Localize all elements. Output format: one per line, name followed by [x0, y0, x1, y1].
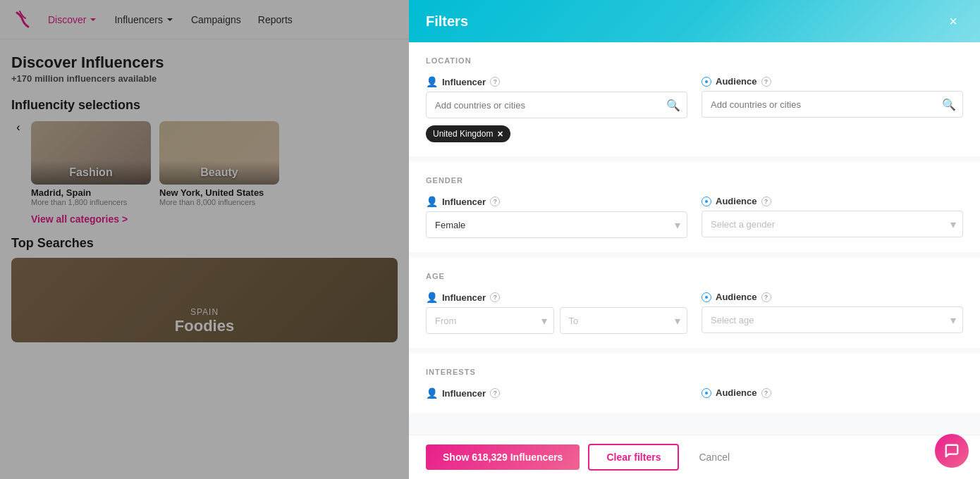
audience-location-label: Audience ? — [702, 76, 963, 87]
audience-icon-age — [702, 292, 711, 302]
location-label: LOCATION — [426, 56, 963, 65]
influencer-gender-label: 👤 Influencer ? — [426, 196, 687, 207]
influencer-location-tags: United Kingdom × — [426, 125, 687, 142]
clear-filters-button[interactable]: Clear filters — [588, 444, 679, 471]
gender-columns: 👤 Influencer ? Female Male All ▾ — [426, 196, 963, 238]
cancel-button[interactable]: Cancel — [687, 444, 741, 470]
audience-age-group: Audience ? Select age 13-1718-2425-3435-… — [702, 292, 963, 334]
audience-gender-label: Audience ? — [702, 196, 963, 206]
influencer-gender-help[interactable]: ? — [490, 197, 500, 206]
person-icon-interests: 👤 — [426, 387, 438, 399]
audience-location-input[interactable] — [702, 91, 963, 118]
audience-search-icon[interactable]: 🔍 — [942, 98, 956, 111]
age-to-wrap: To 1724344465+ ▾ — [560, 307, 688, 334]
audience-interests-label: Audience ? — [702, 387, 963, 398]
overlay — [0, 0, 409, 479]
age-from-wrap: From 1318253545 ▾ — [426, 307, 554, 334]
filter-body: LOCATION 👤 Influencer ? 🔍 Unit — [409, 42, 980, 435]
age-to-select[interactable]: To 1724344465+ — [560, 307, 688, 334]
age-section: AGE 👤 Influencer ? From 1318253545 — [409, 258, 980, 348]
audience-location-help[interactable]: ? — [761, 77, 771, 87]
audience-icon-gender — [702, 197, 711, 206]
close-button[interactable]: × — [943, 11, 963, 31]
filter-header: Filters × — [409, 0, 980, 42]
audience-location-input-wrap: 🔍 — [702, 91, 963, 118]
audience-interests-help[interactable]: ? — [761, 388, 771, 398]
uk-tag-remove[interactable]: × — [497, 128, 503, 139]
audience-gender-help[interactable]: ? — [761, 197, 771, 206]
influencer-gender-group: 👤 Influencer ? Female Male All ▾ — [426, 196, 687, 238]
audience-gender-select-wrap: Select a gender Male Female All ▾ — [702, 211, 963, 237]
audience-gender-select[interactable]: Select a gender Male Female All — [702, 211, 963, 237]
chat-button[interactable] — [935, 434, 969, 468]
influencer-age-label: 👤 Influencer ? — [426, 292, 687, 303]
audience-age-label: Audience ? — [702, 292, 963, 302]
uk-tag: United Kingdom × — [426, 125, 510, 142]
audience-age-select-wrap: Select age 13-1718-2425-3435-4445+ ▾ — [702, 306, 963, 333]
person-icon: 👤 — [426, 76, 438, 87]
audience-icon-interests — [702, 388, 711, 398]
filter-panel: Filters × LOCATION 👤 Influencer ? 🔍 — [409, 0, 980, 479]
audience-icon — [702, 77, 711, 87]
person-icon-age: 👤 — [426, 292, 438, 303]
audience-gender-group: Audience ? Select a gender Male Female A… — [702, 196, 963, 238]
show-influencers-button[interactable]: Show 618,329 Influencers — [426, 444, 580, 470]
influencer-search-icon[interactable]: 🔍 — [666, 99, 680, 112]
influencer-age-help[interactable]: ? — [490, 292, 500, 302]
influencer-location-input-wrap: 🔍 — [426, 92, 687, 118]
interests-columns: 👤 Influencer ? Audience ? — [426, 387, 963, 399]
influencer-age-group: 👤 Influencer ? From 1318253545 ▾ — [426, 292, 687, 334]
age-label: AGE — [426, 272, 963, 280]
influencer-location-group: 👤 Influencer ? 🔍 United Kingdom × — [426, 76, 687, 142]
influencer-gender-select[interactable]: Female Male All — [426, 211, 687, 238]
age-range-row: From 1318253545 ▾ To 1724344465+ ▾ — [426, 307, 687, 334]
gender-section: GENDER 👤 Influencer ? Female Male All — [409, 162, 980, 252]
audience-age-select[interactable]: Select age 13-1718-2425-3435-4445+ — [702, 306, 963, 333]
gender-label: GENDER — [426, 176, 963, 185]
age-from-select[interactable]: From 1318253545 — [426, 307, 554, 334]
influencer-interests-group: 👤 Influencer ? — [426, 387, 687, 399]
influencer-interests-help[interactable]: ? — [490, 388, 500, 398]
influencer-interests-label: 👤 Influencer ? — [426, 387, 687, 399]
audience-age-help[interactable]: ? — [761, 292, 771, 302]
audience-interests-group: Audience ? — [702, 387, 963, 399]
interests-label: INTERESTS — [426, 368, 963, 376]
influencer-gender-select-wrap: Female Male All ▾ — [426, 211, 687, 238]
filter-footer: Show 618,329 Influencers Clear filters C… — [409, 435, 980, 479]
age-columns: 👤 Influencer ? From 1318253545 ▾ — [426, 292, 963, 334]
audience-location-group: Audience ? 🔍 — [702, 76, 963, 142]
influencer-location-help[interactable]: ? — [490, 77, 500, 87]
location-columns: 👤 Influencer ? 🔍 United Kingdom × — [426, 76, 963, 142]
filter-title: Filters — [426, 13, 468, 30]
influencer-location-label: 👤 Influencer ? — [426, 76, 687, 87]
interests-section: INTERESTS 👤 Influencer ? Audience — [409, 354, 980, 413]
person-icon-gender: 👤 — [426, 196, 438, 207]
influencer-location-input[interactable] — [426, 92, 687, 118]
location-section: LOCATION 👤 Influencer ? 🔍 Unit — [409, 42, 980, 156]
